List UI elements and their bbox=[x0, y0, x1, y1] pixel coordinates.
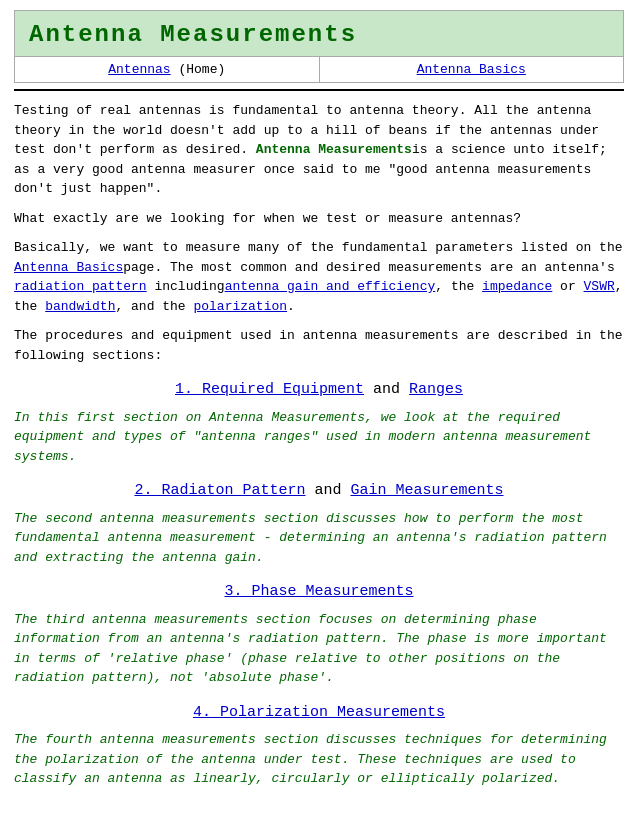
link-radiation-pattern[interactable]: radiation pattern bbox=[14, 279, 147, 294]
nav-antennas-suffix: (Home) bbox=[171, 62, 226, 77]
para3-mid3: , the bbox=[435, 279, 482, 294]
para3-mid6: , and the bbox=[115, 299, 193, 314]
nav-item-antenna-basics[interactable]: Antenna Basics bbox=[320, 57, 624, 82]
link-vswr[interactable]: VSWR bbox=[584, 279, 615, 294]
link-bandwidth[interactable]: bandwidth bbox=[45, 299, 115, 314]
page-title-box: Antenna Measurements bbox=[14, 10, 624, 57]
section4-link[interactable]: 4. Polarization Measurements bbox=[193, 704, 445, 721]
para3-mid4: or bbox=[552, 279, 583, 294]
question-text: What exactly are we looking for when we … bbox=[14, 211, 521, 226]
section1-italic-text: In this first section on Antenna Measure… bbox=[14, 410, 591, 464]
para3-mid2: including bbox=[147, 279, 225, 294]
section1-and: and bbox=[364, 381, 409, 398]
link-impedance[interactable]: impedance bbox=[482, 279, 552, 294]
top-divider bbox=[14, 89, 624, 91]
nav-link-antennas[interactable]: Antennas bbox=[108, 62, 170, 77]
section3-heading: 3. Phase Measurements bbox=[14, 581, 624, 604]
section1-link2[interactable]: Ranges bbox=[409, 381, 463, 398]
procedures-paragraph: The procedures and equipment used in ant… bbox=[14, 326, 624, 365]
procedures-text: The procedures and equipment used in ant… bbox=[14, 328, 623, 363]
parameters-paragraph: Basically, we want to measure many of th… bbox=[14, 238, 624, 316]
bold-antenna-measurements: Antenna Measurements bbox=[256, 142, 412, 157]
section3-link[interactable]: 3. Phase Measurements bbox=[224, 583, 413, 600]
section2-italic-text: The second antenna measurements section … bbox=[14, 511, 607, 565]
section3-description: The third antenna measurements section f… bbox=[14, 610, 624, 688]
para3-end: . bbox=[287, 299, 295, 314]
section2-description: The second antenna measurements section … bbox=[14, 509, 624, 568]
section4-heading: 4. Polarization Measurements bbox=[14, 702, 624, 725]
para3-prefix: Basically, we want to measure many of th… bbox=[14, 240, 623, 255]
link-antenna-basics[interactable]: Antenna Basics bbox=[14, 260, 123, 275]
section2-heading: 2. Radiaton Pattern and Gain Measurement… bbox=[14, 480, 624, 503]
para3-mid: page. The most common and desired measur… bbox=[123, 260, 614, 275]
link-gain-efficiency[interactable]: antenna gain and efficiency bbox=[225, 279, 436, 294]
link-polarization[interactable]: polarization bbox=[193, 299, 287, 314]
section2-and: and bbox=[305, 482, 350, 499]
nav-item-antennas[interactable]: Antennas (Home) bbox=[15, 57, 320, 82]
page-title: Antenna Measurements bbox=[29, 21, 609, 48]
intro-paragraph: Testing of real antennas is fundamental … bbox=[14, 101, 624, 199]
body-content: Testing of real antennas is fundamental … bbox=[14, 101, 624, 789]
question-paragraph: What exactly are we looking for when we … bbox=[14, 209, 624, 229]
section4-description: The fourth antenna measurements section … bbox=[14, 730, 624, 789]
section2-link1[interactable]: 2. Radiaton Pattern bbox=[134, 482, 305, 499]
section1-link1[interactable]: 1. Required Equipment bbox=[175, 381, 364, 398]
section4-italic-text: The fourth antenna measurements section … bbox=[14, 732, 607, 786]
section3-italic-text: The third antenna measurements section f… bbox=[14, 612, 607, 686]
section1-description: In this first section on Antenna Measure… bbox=[14, 408, 624, 467]
section2-link2[interactable]: Gain Measurements bbox=[351, 482, 504, 499]
nav-bar: Antennas (Home) Antenna Basics bbox=[14, 57, 624, 83]
nav-link-antenna-basics[interactable]: Antenna Basics bbox=[417, 62, 526, 77]
section1-heading: 1. Required Equipment and Ranges bbox=[14, 379, 624, 402]
